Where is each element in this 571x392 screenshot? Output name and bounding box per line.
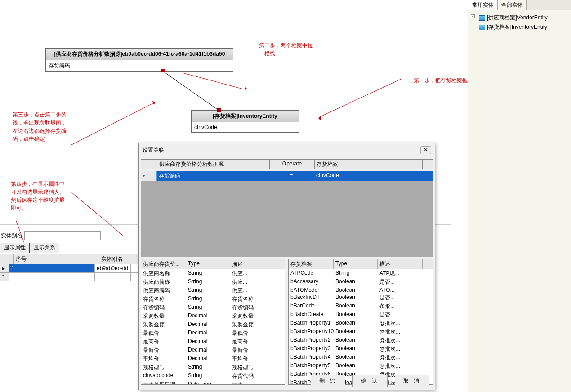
property-row[interactable]: 供应商名称String供应... xyxy=(141,269,285,278)
col-alias: 实体别名 xyxy=(99,254,135,264)
entity-title: [存货档案]InventoryEntity xyxy=(192,111,299,122)
tree-collapse-icon[interactable]: - xyxy=(471,14,475,18)
cell-left-field: 存货编码 xyxy=(157,171,269,181)
property-row[interactable]: 最大单据日期DateTime最大... xyxy=(141,380,285,384)
tree-item-inventory[interactable]: [存货档案]InventoryEntity xyxy=(471,22,568,32)
property-row[interactable]: 最新价Decimal最新价 xyxy=(141,346,285,355)
property-row[interactable]: bAccessaryBoolean是否... xyxy=(289,278,433,286)
set-relation-dialog: 设置关联 ✕ 供应商存货价格分析数据源 Operate 存货档案 ▸ 存货编码 … xyxy=(138,143,435,390)
entity-field: cInvCode xyxy=(192,122,299,132)
property-row[interactable]: bATOModelBooleanATO... xyxy=(289,286,433,294)
ok-button[interactable]: 确 认 xyxy=(352,375,387,387)
tab-common-entities[interactable]: 常用实体 xyxy=(468,0,498,10)
relation-grid-header: 供应商存货价格分析数据源 Operate 存货档案 xyxy=(141,159,433,169)
cell-right-field: cInvCode xyxy=(314,171,422,181)
cell-seq: 1 xyxy=(9,264,95,272)
property-row[interactable]: 最高价Decimal最高价 xyxy=(141,338,285,346)
hdr-type: Type xyxy=(186,259,230,269)
entity-palette-panel: 常用实体 全部实体 - [供应商档案]VendorEntity [存货档案]In… xyxy=(468,0,571,392)
property-row[interactable]: bBatchProperty3Boolean@批次... xyxy=(289,345,433,353)
row-indicator-icon: ▸ xyxy=(141,171,157,181)
property-row[interactable]: bBatchProperty10Boolean@批次... xyxy=(289,328,433,336)
annotation-step3: 第三步，点击第二步的 线，会出现关联界面， 左边右边都选择存货编 码，点击确定 xyxy=(13,111,67,143)
col-seq: 序号 xyxy=(14,254,99,264)
entity-inventory[interactable]: [存货档案]InventoryEntity cInvCode xyxy=(191,110,299,133)
left-properties-list[interactable]: 供应商存货价... Type 描述 供应商名称String供应...供应商简称S… xyxy=(141,259,286,385)
annotation-step4: 第四步，在显示属性中 可以勾选显示建档人。 然后保存这个维度扩展 即可。 xyxy=(11,180,65,212)
cell-alias: eb9ab0ec-dd... xyxy=(95,264,131,272)
property-row[interactable]: bBatchProperty2Boolean@批次... xyxy=(289,336,433,345)
property-row[interactable]: 平均价Decimal平均价 xyxy=(141,355,285,363)
property-row[interactable]: cinvaddcodeString存货代码 xyxy=(141,372,285,380)
property-row[interactable]: 存货名称String存货名称 xyxy=(141,295,285,303)
tree-item-vendor[interactable]: [供应商档案]VendorEntity xyxy=(471,13,568,22)
property-row[interactable]: 供应商简称String供应... xyxy=(141,278,285,286)
dialog-title: 设置关联 xyxy=(143,147,164,154)
entity-tree: - [供应商档案]VendorEntity [存货档案]InventoryEnt… xyxy=(468,10,571,35)
entity-title: [供应商存货价格分析数据源]eb9ab0ec-dd06-41fc-a60a-1d… xyxy=(46,49,233,60)
table-row[interactable]: ▸ 1 eb9ab0ec-dd... xyxy=(0,264,138,273)
relation-grid-body[interactable] xyxy=(141,181,433,257)
property-row[interactable]: 存货编码String存货编码 xyxy=(141,303,285,312)
entity-icon xyxy=(479,25,485,30)
relation-line[interactable] xyxy=(163,71,218,110)
tab-show-relations[interactable]: 显示关系 xyxy=(30,243,59,253)
property-row[interactable]: 规格型号String规格型号 xyxy=(141,363,285,372)
col-right-source: 存货档案 xyxy=(315,160,423,169)
property-row[interactable]: 最低价Decimal最低价 xyxy=(141,329,285,338)
hdr-desc: 描述 xyxy=(378,259,423,269)
right-properties-list[interactable]: 存货档案 Type 描述 ATPCodeStringATP规...bAccess… xyxy=(288,259,433,385)
property-row[interactable]: bBarCodeBoolean条形... xyxy=(289,302,433,311)
property-row[interactable]: bBackInvDTBoolean是否... xyxy=(289,294,433,302)
alias-label: 实体别名 xyxy=(1,232,22,240)
property-row[interactable]: bBatchCreateBoolean是否... xyxy=(289,311,433,319)
annotation-step2: 第二步，两个档案中拉 一根线 xyxy=(259,41,313,58)
grid-header: 序号 实体别名 xyxy=(0,254,138,264)
arrow-head-icon xyxy=(316,116,321,120)
close-button[interactable]: ✕ xyxy=(420,146,431,154)
property-row[interactable]: bBatchProperty4Boolean@批次... xyxy=(289,353,433,362)
new-row-icon: * xyxy=(0,273,9,281)
hdr-desc: 描述 xyxy=(230,259,275,269)
entity-alias-input[interactable] xyxy=(24,231,101,240)
property-row[interactable]: bBatchProperty1Boolean@批次... xyxy=(289,319,433,328)
col-left-source: 供应商存货价格分析数据源 xyxy=(157,160,270,169)
hdr-name: 供应商存货价... xyxy=(141,259,186,269)
entity-supplier-price[interactable]: [供应商存货价格分析数据源]eb9ab0ec-dd06-41fc-a60a-1d… xyxy=(45,48,233,72)
property-row[interactable]: ATPCodeStringATP规... xyxy=(289,269,433,278)
table-new-row[interactable]: * xyxy=(0,273,138,281)
cell-operator: = xyxy=(269,171,314,181)
col-operate: Operate xyxy=(270,160,315,169)
hdr-type: Type xyxy=(334,259,378,269)
tab-all-entities[interactable]: 全部实体 xyxy=(497,0,527,10)
property-row[interactable]: 供应商编码String供应... xyxy=(141,286,285,295)
tree-label: [存货档案]InventoryEntity xyxy=(487,23,547,31)
palette-tabs: 常用实体 全部实体 xyxy=(468,0,571,10)
hdr-name: 存货档案 xyxy=(289,259,334,269)
entity-field: 存货编码 xyxy=(46,60,233,71)
arrow-head-icon xyxy=(245,86,249,91)
delete-button[interactable]: 删 除 xyxy=(311,375,345,387)
property-row[interactable]: bBatchProperty5Boolean@批次... xyxy=(289,362,433,370)
entity-icon xyxy=(479,15,485,21)
property-row[interactable]: 采购金额Decimal采购金额 xyxy=(141,321,285,329)
tab-show-properties[interactable]: 显示属性 xyxy=(0,243,30,253)
property-row[interactable]: 采购数量Decimal采购数量 xyxy=(141,312,285,321)
bottom-properties-panel: 实体别名 显示属性 显示关系 序号 实体别名 ▸ 1 eb9ab0ec-dd..… xyxy=(0,230,138,281)
cancel-button[interactable]: 取 消 xyxy=(395,375,429,387)
relation-row[interactable]: ▸ 存货编码 = cInvCode xyxy=(141,171,433,181)
tree-label: [供应商档案]VendorEntity xyxy=(487,14,548,22)
row-indicator-icon: ▸ xyxy=(0,264,9,272)
